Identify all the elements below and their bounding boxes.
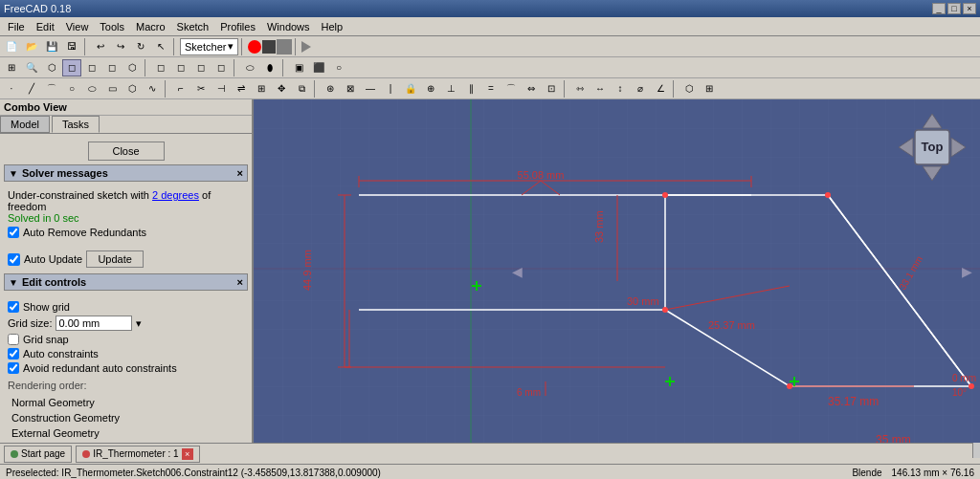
fix-btn[interactable]: ⊠	[341, 80, 360, 98]
tab-model[interactable]: Model	[0, 116, 50, 133]
view-btn4[interactable]: ◻	[191, 59, 211, 76]
select-btn3[interactable]: ○	[329, 59, 348, 76]
new-btn[interactable]: 📄	[2, 38, 21, 55]
save-as-btn[interactable]: 🖫	[62, 38, 81, 55]
hdim-btn[interactable]: ↔	[590, 80, 610, 98]
auto-remove-checkbox[interactable]	[8, 227, 19, 238]
rect-tool[interactable]: ▭	[102, 80, 122, 98]
block-btn[interactable]: ⊡	[542, 80, 561, 98]
trim-tool[interactable]: ✂	[191, 80, 211, 98]
mirror-tool[interactable]: ⇌	[232, 80, 251, 98]
shape-btn[interactable]	[277, 39, 292, 54]
view-btn2[interactable]: ◻	[151, 59, 170, 76]
nav-right-arrow[interactable]: ▶	[962, 264, 972, 279]
stereo-btn[interactable]: ⬮	[260, 59, 279, 76]
solver-link[interactable]: 2 degrees	[152, 189, 199, 201]
horiz-btn[interactable]: —	[361, 80, 380, 98]
clone-tool[interactable]: ⧉	[292, 80, 311, 98]
angdim-btn[interactable]: ∠	[651, 80, 670, 98]
menu-edit[interactable]: Edit	[31, 19, 60, 34]
dim-btn[interactable]: ⇿	[570, 80, 590, 98]
nav-left-arrow[interactable]: ◀	[512, 264, 523, 279]
vdim-btn[interactable]: ↕	[611, 80, 630, 98]
maximize-btn[interactable]: □	[947, 3, 961, 14]
view-btn5[interactable]: ◻	[212, 59, 231, 76]
menu-view[interactable]: View	[60, 19, 95, 34]
refresh-btn[interactable]: ↻	[131, 38, 150, 55]
render-item-normal[interactable]: Normal Geometry	[8, 395, 244, 410]
ellipse-tool[interactable]: ⬭	[82, 80, 101, 98]
undo-btn[interactable]: ↩	[91, 38, 110, 55]
select-btn2[interactable]: ⬛	[309, 59, 328, 76]
open-btn[interactable]: 📂	[22, 38, 41, 55]
point-tool[interactable]: ·	[2, 80, 21, 98]
ext-geom-btn[interactable]: ⊞	[700, 80, 719, 98]
point-btn[interactable]	[248, 40, 261, 54]
vert-btn[interactable]: |	[381, 80, 400, 98]
minimize-btn[interactable]: _	[932, 3, 946, 14]
render-item-construction[interactable]: Construction Geometry	[8, 410, 244, 425]
viewport[interactable]: 55.08 mm 44.9 mm 33 mm 25.37 mm 35.17 mm…	[254, 99, 980, 443]
cursor-btn[interactable]: ↖	[151, 38, 170, 55]
grid-size-input[interactable]: 0.00 mm	[56, 316, 132, 331]
show-grid-checkbox[interactable]	[8, 301, 19, 313]
coinc-btn[interactable]: ⊕	[421, 80, 440, 98]
perp-btn[interactable]: ⊥	[441, 80, 460, 98]
zoom-in-btn[interactable]: 🔍	[22, 59, 41, 76]
menu-sketch[interactable]: Sketch	[171, 19, 215, 34]
avoid-redundant-checkbox[interactable]	[8, 362, 19, 374]
tang-btn[interactable]: ⌒	[501, 80, 521, 98]
menu-windows[interactable]: Windows	[261, 19, 316, 34]
rdim-btn[interactable]: ⌀	[631, 80, 650, 98]
draw-style-btn[interactable]: ⬭	[240, 59, 259, 76]
view-btn3[interactable]: ◻	[171, 59, 190, 76]
view-front-btn[interactable]: ◻	[62, 59, 81, 76]
view-top-btn[interactable]: ◻	[102, 59, 122, 76]
parallel-btn[interactable]: ∥	[461, 80, 480, 98]
menu-file[interactable]: File	[2, 19, 31, 34]
grid-size-arrow[interactable]: ▾	[136, 317, 142, 330]
isometric-btn[interactable]: ⬡	[122, 59, 142, 76]
menu-macro[interactable]: Macro	[130, 19, 171, 34]
start-page-btn[interactable]: Start page	[4, 446, 72, 463]
play-btn[interactable]	[301, 41, 311, 53]
workbench-dropdown[interactable]: Sketcher ▾	[180, 38, 238, 55]
redo-btn[interactable]: ↪	[111, 38, 130, 55]
close-button[interactable]: Close	[88, 142, 165, 161]
menu-tools[interactable]: Tools	[94, 19, 130, 34]
lock-btn[interactable]: 🔒	[401, 80, 420, 98]
nav-cube[interactable]: Top	[894, 109, 970, 185]
move-tool[interactable]: ✥	[272, 80, 291, 98]
circle-tool[interactable]: ○	[62, 80, 81, 98]
line-tool[interactable]: ╱	[22, 80, 41, 98]
array-tool[interactable]: ⊞	[252, 80, 271, 98]
render-item-external[interactable]: External Geometry	[8, 425, 244, 441]
poly-tool[interactable]: ⬡	[122, 80, 142, 98]
view3d-btn[interactable]: ⬡	[42, 59, 61, 76]
square-btn[interactable]	[262, 40, 276, 54]
select-all-btn[interactable]: ▣	[289, 59, 308, 76]
auto-update-checkbox[interactable]	[8, 253, 20, 266]
auto-constraints-checkbox[interactable]	[8, 348, 19, 359]
sym-btn[interactable]: ⇔	[522, 80, 541, 98]
window-controls[interactable]: _ □ ×	[932, 3, 976, 14]
menu-help[interactable]: Help	[316, 19, 349, 34]
close-btn-win[interactable]: ×	[963, 3, 976, 14]
constrain-btn[interactable]: ⊛	[321, 80, 340, 98]
arc-tool[interactable]: ⌒	[42, 80, 61, 98]
grid-snap-checkbox[interactable]	[8, 334, 19, 345]
spline-tool[interactable]: ∿	[143, 80, 162, 98]
ir-thermometer-btn[interactable]: IR_Thermometer : 1 ×	[76, 446, 199, 463]
save-btn[interactable]: 💾	[42, 38, 61, 55]
zoom-fit-btn[interactable]: ⊞	[2, 59, 21, 76]
view-side-btn[interactable]: ◻	[82, 59, 101, 76]
menu-profiles[interactable]: Profiles	[214, 19, 261, 34]
extend-tool[interactable]: ⊣	[212, 80, 231, 98]
tab-tasks[interactable]: Tasks	[52, 116, 100, 133]
ir-thermometer-close[interactable]: ×	[182, 448, 193, 460]
update-button[interactable]: Update	[86, 250, 144, 268]
equal-btn[interactable]: =	[481, 80, 501, 98]
edit-controls-header[interactable]: ▼ Edit controls ×	[4, 273, 248, 291]
ext-edge-btn[interactable]: ⬡	[679, 80, 699, 98]
solver-section-header[interactable]: ▼ Solver messages ×	[4, 164, 248, 182]
